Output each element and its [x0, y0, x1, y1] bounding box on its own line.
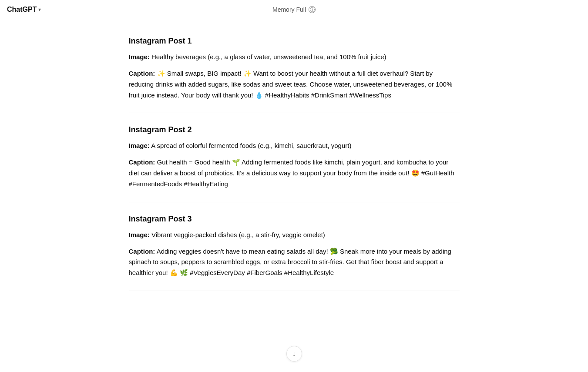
arrow-down-icon: ↓	[292, 350, 296, 358]
instagram-post-1: Instagram Post 1 Image: Healthy beverage…	[129, 28, 460, 109]
post-3-image-label: Image:	[129, 231, 150, 238]
divider-1	[129, 113, 460, 113]
main-content: Instagram Post 1 Image: Healthy beverage…	[129, 19, 460, 372]
header: ChatGPT ▾ Memory Full ⓘ	[0, 0, 588, 19]
post-1-image-label: Image:	[129, 53, 150, 60]
post-3-caption-label: Caption:	[129, 248, 155, 255]
post-3-title: Instagram Post 3	[129, 214, 460, 224]
post-2-caption-label: Caption:	[129, 158, 155, 166]
post-1-caption-text: ✨ Small swaps, BIG impact! ✨ Want to boo…	[129, 70, 453, 99]
divider-3	[129, 291, 460, 291]
memory-full-status: Memory Full ⓘ	[272, 6, 316, 13]
post-2-title: Instagram Post 2	[129, 125, 460, 134]
post-1-image: Image: Healthy beverages (e.g., a glass …	[129, 52, 460, 62]
divider-2	[129, 202, 460, 202]
chevron-down-icon: ▾	[38, 7, 41, 13]
post-1-title: Instagram Post 1	[129, 37, 460, 46]
post-2-caption: Caption: Gut health = Good health 🌱 Addi…	[129, 157, 460, 189]
post-3-caption-text: Adding veggies doesn't have to mean eati…	[129, 248, 451, 277]
post-3-image: Image: Vibrant veggie-packed dishes (e.g…	[129, 230, 460, 240]
scroll-down-button[interactable]: ↓	[286, 346, 302, 362]
post-2-caption-text: Gut health = Good health 🌱 Adding fermen…	[129, 158, 454, 188]
post-3-image-text: Vibrant veggie-packed dishes (e.g., a st…	[151, 231, 325, 238]
post-1-caption-label: Caption:	[129, 70, 155, 77]
info-icon[interactable]: ⓘ	[309, 6, 316, 13]
memory-full-label: Memory Full	[272, 6, 306, 13]
post-2-image: Image: A spread of colorful fermented fo…	[129, 141, 460, 151]
instagram-post-2: Instagram Post 2 Image: A spread of colo…	[129, 117, 460, 198]
post-1-image-text: Healthy beverages (e.g., a glass of wate…	[151, 53, 386, 60]
post-2-image-label: Image:	[129, 142, 150, 149]
post-1-caption: Caption: ✨ Small swaps, BIG impact! ✨ Wa…	[129, 68, 460, 101]
post-2-image-text: A spread of colorful fermented foods (e.…	[151, 142, 351, 149]
app-title: ChatGPT	[7, 6, 37, 13]
app-title-container[interactable]: ChatGPT ▾	[7, 6, 41, 13]
instagram-post-3: Instagram Post 3 Image: Vibrant veggie-p…	[129, 206, 460, 287]
post-3-caption: Caption: Adding veggies doesn't have to …	[129, 246, 460, 278]
